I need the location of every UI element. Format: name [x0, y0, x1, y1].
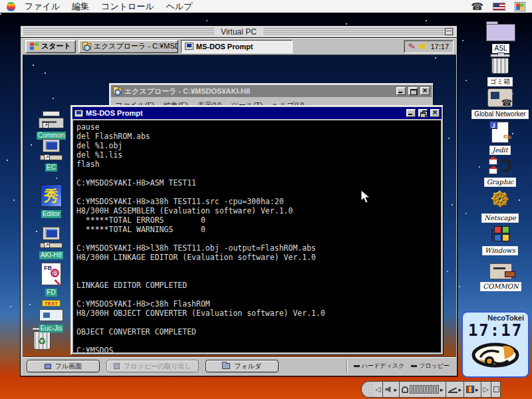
shortcut-arrow-icon: ↗	[43, 122, 49, 128]
sound-volume-module[interactable]: ▸	[383, 381, 400, 398]
restore-button[interactable]	[418, 109, 428, 117]
disk-drive-icon	[489, 263, 512, 279]
eject-floppy-button[interactable]: フロッピーの取り出し	[106, 360, 199, 372]
console-line: C:¥MSDOS¥AKI-H8>a38h TEST11.src -cpu=300…	[76, 197, 438, 206]
console-line: *****TOTAL ERRORS 0	[76, 215, 438, 225]
windows-taskbar: スタート エクスプローラ - C:¥MSDOS¥... MS-DOS Promp…	[23, 38, 456, 55]
floppy-led-icon	[411, 365, 417, 367]
mac-icon-jedit[interactable]: J ✎ Jedit	[480, 122, 520, 155]
console-line: del %1.lis	[76, 150, 438, 160]
mac-icon-windows[interactable]: Windows	[480, 226, 520, 255]
volume-bars	[410, 385, 439, 394]
explorer-titlebar[interactable]: エクスプローラ - C:¥MSDOS¥AKI-H8	[111, 85, 432, 97]
msdos-titlebar[interactable]: MS-DOS Prompt	[72, 107, 442, 119]
application-menu-icon[interactable]	[515, 2, 525, 11]
control-strip-tab[interactable]	[361, 381, 373, 398]
sleeping-cat-icon	[469, 339, 522, 368]
close-button[interactable]	[420, 87, 430, 95]
mac-icon-netscape[interactable]: ☸ Netscape	[480, 188, 520, 223]
desktop-icon-fd[interactable]: FB P FD	[32, 261, 70, 297]
mac-icon-label: COMMON	[480, 282, 521, 291]
fullscreen-button[interactable]: フル画面	[27, 360, 100, 372]
menu-file[interactable]: ファイル	[25, 1, 60, 13]
explorer-folder-magnifier-icon	[82, 43, 91, 50]
windows-flag-icon	[30, 43, 39, 51]
msdos-prompt-window: MS-DOS Prompt pause del FlashROM.abs del…	[70, 105, 444, 355]
console-line	[76, 271, 438, 281]
necotokei-time: 17:17	[467, 322, 524, 339]
mac-icon-label: Jedit	[489, 146, 511, 155]
pen-icon[interactable]: ✎	[407, 41, 416, 52]
desktop-icon-editor[interactable]: 秀 Editor	[32, 183, 70, 219]
close-button[interactable]	[430, 109, 440, 117]
desktop-icon-aki-h8[interactable]: ↗ AKI-H8	[32, 224, 70, 260]
console-line	[76, 290, 438, 299]
magnifier-icon: P	[51, 269, 59, 277]
apple-menu-icon[interactable]	[7, 2, 15, 11]
console-line: C:¥MSDOS¥AKI-H8>ASM TEST11	[76, 178, 438, 188]
desktop-icon-common[interactable]: ↗ Common	[32, 104, 70, 140]
task-label: エクスプローラ - C:¥MSDOS¥...	[94, 41, 178, 51]
start-button[interactable]: スタート	[25, 40, 76, 53]
file-browser-icon: FB P	[41, 263, 61, 285]
mac-menu-bar: ファイル 編集 コントロール ヘルプ ☎	[0, 0, 532, 13]
console-line: pause	[76, 122, 438, 132]
shortcut-arrow-icon: ↗	[44, 154, 50, 160]
desktop-icon-euc-jis[interactable]: TEXT Euc-Jis	[32, 297, 70, 333]
folder-button[interactable]: フォルダ	[205, 360, 279, 372]
mac-icon-asl[interactable]: ASL	[477, 24, 524, 53]
virtual-pc-window: Virtual PC スタート エクスプローラ - C:¥MSDOS¥... M…	[20, 25, 458, 376]
vpc-bottom-toolbar: フル画面 フロッピーの取り出し フォルダ ハードディスク フロッピー	[23, 357, 456, 374]
scroll-left-module[interactable]: ◁	[373, 381, 383, 398]
desktop-icon-label: AKI-H8	[39, 251, 63, 259]
volume-level-module[interactable]: ▸	[400, 381, 446, 398]
menu-help[interactable]: ヘルプ	[166, 1, 193, 13]
tray-clock[interactable]: 17:17	[430, 43, 449, 51]
speaker-icon[interactable]	[418, 43, 427, 51]
control-strip: ◁ ▸ ▸ ▸ ▸ ▷	[361, 381, 501, 398]
toolbar-separator	[346, 359, 347, 373]
windowshade-box[interactable]	[445, 28, 453, 35]
arrow-left-icon: ◁	[375, 386, 380, 393]
console-line	[76, 188, 438, 197]
scroll-right-module[interactable]: ▷	[481, 381, 491, 398]
ms-dos-screen-icon	[74, 110, 83, 117]
task-button-msdos-prompt[interactable]: MS-DOS Prompt	[181, 40, 293, 53]
mac-icon-trash[interactable]: ゴミ箱	[480, 52, 520, 86]
us-flag-icon[interactable]	[493, 3, 505, 11]
phone-icon[interactable]: ☎	[471, 1, 483, 13]
drive-activity-status: ハードディスク フロッピー	[354, 362, 452, 370]
msdos-title: MS-DOS Prompt	[86, 109, 404, 117]
desktop-icon-label: Euc-Jis	[39, 325, 64, 332]
mac-icon-global-networker[interactable]: ☎ Global Networker	[466, 88, 532, 119]
minimize-button[interactable]	[396, 87, 406, 95]
mac-icon-graphic[interactable]: Graphic	[480, 156, 520, 187]
console-line	[76, 262, 438, 271]
hard-disk-led-icon	[354, 365, 360, 367]
console-line: del FlashROM.abs	[76, 132, 438, 141]
mouse-cursor	[360, 190, 371, 204]
virtual-pc-titlebar[interactable]: Virtual PC	[21, 26, 457, 38]
necotokei-widget[interactable]: NecoTokei 17:17	[462, 311, 529, 378]
menu-edit[interactable]: 編集	[72, 1, 89, 13]
task-button-explorer[interactable]: エクスプローラ - C:¥MSDOS¥...	[78, 40, 178, 53]
folder-icon	[222, 363, 230, 369]
desktop-icon-label: Editor	[41, 210, 61, 218]
mac-icon-common[interactable]: COMMON	[477, 263, 524, 291]
minimize-button[interactable]	[406, 109, 416, 117]
control-strip-resize-handle[interactable]	[491, 381, 501, 398]
toggle-module[interactable]: ▸	[446, 381, 465, 398]
monitor-depth-module[interactable]: ▸	[464, 381, 481, 398]
maximize-button[interactable]	[408, 87, 418, 95]
computer-icon: ↗	[40, 227, 63, 248]
ship-wheel-icon: ☸	[480, 188, 520, 211]
menu-control[interactable]: コントロール	[101, 1, 154, 13]
console-line	[76, 336, 438, 346]
convert-houses-icon	[487, 156, 513, 175]
console-line: C:¥MSDOS	[76, 346, 438, 352]
desktop-icon-ec[interactable]: ↗ EC	[32, 136, 70, 172]
dos-console[interactable]: pause del FlashROM.abs del %1.obj del %1…	[73, 120, 441, 352]
shortcut-arrow-icon: ↗	[44, 242, 50, 248]
console-line: C:¥MSDOS¥AKI-H8>c38h FlashROM	[76, 299, 438, 309]
speaker-icon	[385, 386, 392, 393]
